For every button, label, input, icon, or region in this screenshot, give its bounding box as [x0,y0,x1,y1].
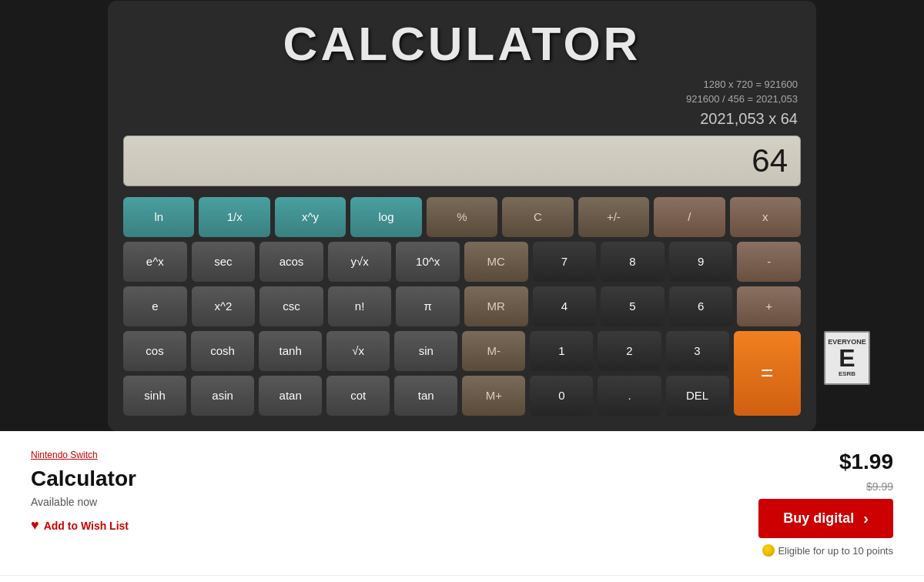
calc-row-5: sinh asin atan cot tan M+ 0 . DEL [123,376,729,416]
btn-multiply[interactable]: x [730,197,801,237]
esrb-badge: EVERYONE E ESRB [824,331,870,385]
heart-icon: ♥ [31,517,39,534]
btn-1[interactable]: 1 [530,331,593,371]
btn-del[interactable]: DEL [666,376,729,416]
btn-cot[interactable]: cot [326,376,390,416]
btn-pi[interactable]: π [396,286,460,326]
btn-log[interactable]: log [350,197,421,237]
calculator-title: CALCULATOR [123,16,801,71]
btn-yrtx[interactable]: y√x [328,242,392,282]
btn-nfact[interactable]: n! [328,286,392,326]
product-section: Nintendo Switch Calculator Available now… [0,431,924,576]
btn-dot[interactable]: . [598,376,661,416]
wishlist-label: Add to Wish List [44,520,129,532]
btn-10x[interactable]: 10^x [396,242,460,282]
calc-row-4: cos cosh tanh √x sin M- 1 2 3 [123,331,729,371]
btn-8[interactable]: 8 [601,242,665,282]
esrb-letter: E [839,346,855,370]
subtitle-line2: 921600 / 456 = 2021,053 [123,92,798,107]
btn-divide[interactable]: / [654,197,725,237]
calculator-wrapper: CALCULATOR 1280 x 720 = 921600 921600 / … [108,1,816,431]
btn-x2[interactable]: x^2 [192,286,256,326]
calc-display: 64 [123,135,801,186]
buy-digital-button[interactable]: Buy digital › [758,499,893,538]
btn-percent[interactable]: % [427,197,497,237]
btn-7[interactable]: 7 [533,242,597,282]
points-label: Eligible for up to 10 points [778,545,893,557]
calc-rows-45-left: cos cosh tanh √x sin M- 1 2 3 sinh asin [123,331,729,416]
product-left: Nintendo Switch Calculator Available now… [31,450,758,534]
btn-acos[interactable]: acos [259,242,323,282]
btn-cos[interactable]: cos [123,331,186,371]
subtitle-line1: 1280 x 720 = 921600 [123,77,798,92]
btn-cosh[interactable]: cosh [191,331,254,371]
btn-4[interactable]: 4 [533,286,597,326]
btn-xpowy[interactable]: x^y [275,197,346,237]
product-availability: Available now [31,496,758,508]
btn-mc[interactable]: MC [464,242,528,282]
btn-1x[interactable]: 1/x [199,197,270,237]
btn-csc[interactable]: csc [259,286,323,326]
calc-buttons: ln 1/x x^y log % C +/- / x e^x sec acos … [123,197,801,416]
product-right: $1.99 $9.99 Buy digital › Eligible for u… [758,450,893,557]
btn-plusminus[interactable]: +/- [578,197,649,237]
btn-3[interactable]: 3 [666,331,729,371]
product-platform[interactable]: Nintendo Switch [31,450,758,460]
btn-minus[interactable]: - [737,242,801,282]
btn-plus[interactable]: + [737,286,801,326]
buy-arrow-icon: › [863,510,869,527]
wishlist-button[interactable]: ♥ Add to Wish List [31,517,129,534]
btn-mminus[interactable]: M- [462,331,525,371]
btn-equals[interactable]: = [734,331,801,416]
calc-subtitle-main: 2021,053 x 64 [123,110,801,128]
btn-sqrtx[interactable]: √x [326,331,390,371]
btn-e[interactable]: e [123,286,187,326]
btn-tan[interactable]: tan [394,376,457,416]
btn-0[interactable]: 0 [530,376,593,416]
points-text: Eligible for up to 10 points [762,544,893,557]
btn-9[interactable]: 9 [669,242,733,282]
btn-tanh[interactable]: tanh [259,331,322,371]
btn-sinh[interactable]: sinh [123,376,186,416]
btn-sin[interactable]: sin [394,331,457,371]
btn-sec[interactable]: sec [192,242,256,282]
btn-mr[interactable]: MR [464,286,528,326]
esrb-label: ESRB [839,370,855,377]
btn-5[interactable]: 5 [601,286,665,326]
btn-ln[interactable]: ln [123,197,194,237]
buy-button-label: Buy digital [783,510,854,527]
calc-row-2: e^x sec acos y√x 10^x MC 7 8 9 - [123,242,801,282]
calc-row-3: e x^2 csc n! π MR 4 5 6 + [123,286,801,326]
display-value: 64 [752,142,788,179]
calc-rows-45: cos cosh tanh √x sin M- 1 2 3 sinh asin [123,331,801,416]
gold-coin-icon [762,544,775,557]
price-current: $1.99 [839,450,893,474]
btn-mplus[interactable]: M+ [462,376,525,416]
btn-asin[interactable]: asin [191,376,254,416]
price-original: $9.99 [866,480,893,493]
btn-atan[interactable]: atan [259,376,322,416]
btn-clear[interactable]: C [502,197,573,237]
calculator-image-section: CALCULATOR 1280 x 720 = 921600 921600 / … [0,0,924,431]
calc-subtitle: 1280 x 720 = 921600 921600 / 456 = 2021,… [123,77,801,107]
btn-ex[interactable]: e^x [123,242,187,282]
btn-6[interactable]: 6 [669,286,733,326]
btn-2[interactable]: 2 [598,331,661,371]
calc-row-1: ln 1/x x^y log % C +/- / x [123,197,801,237]
product-title: Calculator [31,467,758,491]
